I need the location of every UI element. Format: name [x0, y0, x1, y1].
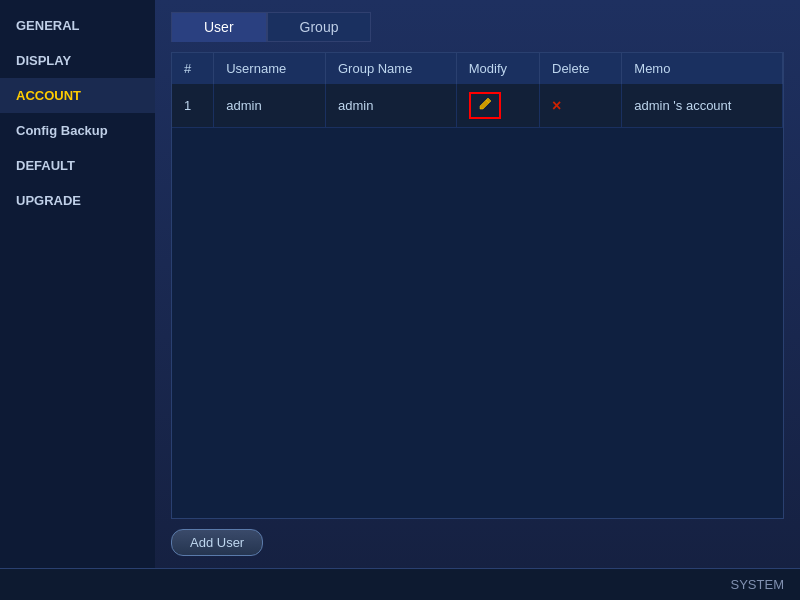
- table-container: #UsernameGroup NameModifyDeleteMemo 1adm…: [171, 52, 784, 519]
- col-header-username: Username: [214, 53, 326, 84]
- system-label: SYSTEM: [731, 577, 784, 592]
- col-header-#: #: [172, 53, 214, 84]
- main-container: GENERALDISPLAYACCOUNTConfig BackupDEFAUL…: [0, 0, 800, 600]
- cell-memo: admin 's account: [622, 84, 783, 128]
- cell-delete[interactable]: ×: [540, 84, 622, 128]
- sidebar-item-upgrade[interactable]: UPGRADE: [0, 183, 155, 218]
- main-panel: UserGroup #UsernameGroup NameModifyDelet…: [155, 0, 800, 568]
- user-table: #UsernameGroup NameModifyDeleteMemo 1adm…: [172, 53, 783, 128]
- edit-icon: [477, 96, 493, 112]
- col-header-memo: Memo: [622, 53, 783, 84]
- content-area: GENERALDISPLAYACCOUNTConfig BackupDEFAUL…: [0, 0, 800, 568]
- cell-modify[interactable]: [456, 84, 539, 128]
- tab-user[interactable]: User: [171, 12, 267, 42]
- table-row: 1adminadmin ×admin 's account: [172, 84, 783, 128]
- col-header-modify: Modify: [456, 53, 539, 84]
- sidebar-item-general[interactable]: GENERAL: [0, 8, 155, 43]
- cell-num: 1: [172, 84, 214, 128]
- sidebar-item-config-backup[interactable]: Config Backup: [0, 113, 155, 148]
- table-header: #UsernameGroup NameModifyDeleteMemo: [172, 53, 783, 84]
- col-header-delete: Delete: [540, 53, 622, 84]
- header-row: #UsernameGroup NameModifyDeleteMemo: [172, 53, 783, 84]
- sidebar-item-account[interactable]: ACCOUNT: [0, 78, 155, 113]
- bottom-bar: SYSTEM: [0, 568, 800, 600]
- cell-username: admin: [214, 84, 326, 128]
- sidebar-item-display[interactable]: DISPLAY: [0, 43, 155, 78]
- table-body: 1adminadmin ×admin 's account: [172, 84, 783, 128]
- tab-group[interactable]: Group: [267, 12, 372, 42]
- col-header-group-name: Group Name: [325, 53, 456, 84]
- add-user-button[interactable]: Add User: [171, 529, 263, 556]
- delete-icon[interactable]: ×: [552, 97, 561, 114]
- modify-highlight-box: [469, 92, 501, 119]
- cell-group-name: admin: [325, 84, 456, 128]
- sidebar-item-default[interactable]: DEFAULT: [0, 148, 155, 183]
- sidebar: GENERALDISPLAYACCOUNTConfig BackupDEFAUL…: [0, 0, 155, 568]
- tabs-bar: UserGroup: [171, 12, 784, 42]
